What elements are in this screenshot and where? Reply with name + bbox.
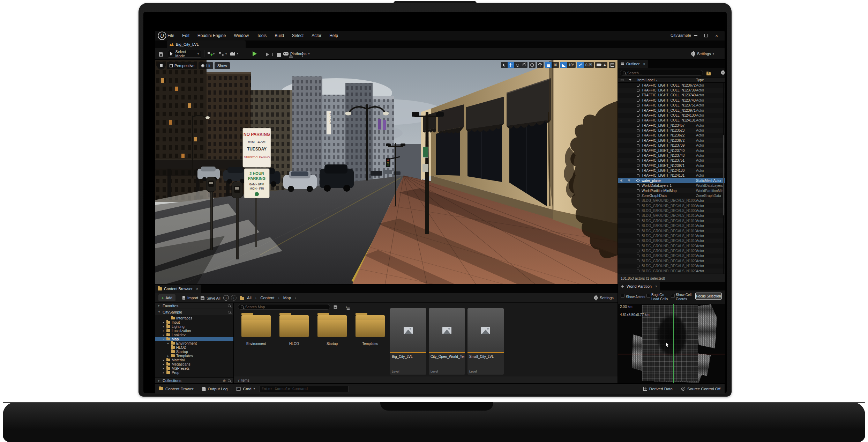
eye-column-icon[interactable] — [619, 79, 625, 81]
asset-search[interactable] — [238, 304, 330, 310]
outliner-row[interactable]: BLDG_GROUND_DECALS_N101005 (UrActor — [618, 238, 725, 243]
focus-selection-button[interactable]: Focus Selection — [695, 293, 722, 300]
menu-item-tools[interactable]: Tools — [257, 33, 267, 38]
bugitgo-checkbox[interactable] — [646, 294, 650, 298]
save-all-button[interactable]: Save All — [200, 296, 220, 300]
menu-item-edit[interactable]: Edit — [182, 33, 189, 38]
outliner-row[interactable]: TRAFFIC_LIGHT_N123523Actor — [618, 128, 725, 133]
cmd-dropdown[interactable]: ›Cmd▾ — [232, 384, 259, 394]
menu-item-select[interactable]: Select — [292, 33, 304, 38]
outliner-row[interactable]: TRAFFIC_LIGHT_N123739Actor — [618, 143, 725, 148]
outliner-row[interactable]: WorldDataLayers-1WorldDataLayers — [618, 183, 725, 188]
folder-tile-startup[interactable]: Startup — [314, 315, 350, 346]
outliner-row[interactable]: TRAFFIC_LIGHT_N124131Actor — [618, 173, 725, 178]
world-partition-minimap[interactable]: 2.03 km 4.61x5.50x0.77 km — [618, 304, 725, 383]
maximize-button[interactable] — [703, 33, 710, 38]
console-command-box[interactable] — [259, 386, 349, 392]
select-tool-button[interactable] — [501, 62, 508, 68]
outliner-row[interactable]: BLDG_GROUND_DECALS_N100000 (UrActor — [618, 198, 725, 203]
outliner-row[interactable]: TRAFFIC_LIGHT_N123740Actor — [618, 148, 725, 153]
output-log-button[interactable]: Output Log — [198, 384, 232, 394]
outliner-row[interactable]: water_planeStaticMeshActor — [618, 178, 725, 183]
outliner-row[interactable]: TRAFFIC_LIGHT_COLL_N123743Actor — [618, 98, 725, 103]
outliner-search[interactable] — [620, 70, 703, 76]
move-tool-button[interactable] — [508, 62, 514, 68]
outliner-search-input[interactable] — [627, 71, 700, 75]
outliner-row[interactable]: BLDG_GROUND_DECALS_N102004 (UrActor — [618, 264, 725, 268]
breadcrumb-map[interactable]: Map — [283, 296, 291, 300]
outliner-row[interactable]: BLDG_GROUND_DECALS_N101000 (UrActor — [618, 213, 725, 218]
outliner-settings-icon[interactable] — [721, 71, 725, 75]
platforms-dropdown[interactable]: Platforms ▾ — [283, 52, 309, 56]
outliner-row[interactable]: TRAFFIC_LIGHT_N123672Actor — [618, 138, 725, 143]
content-browser-close-icon[interactable]: × — [196, 287, 198, 291]
outliner-row[interactable]: TRAFFIC_LIGHT_N123457Actor — [618, 123, 725, 128]
asset-card-big-city-lvl[interactable]: Big_City_LVLLevel — [390, 308, 426, 375]
close-button[interactable]: × — [713, 33, 720, 38]
breadcrumb-content[interactable]: Content — [260, 296, 274, 300]
outliner-row[interactable]: BLDG_GROUND_DECALS_N101002 (UrActor — [618, 223, 725, 228]
sidebar-item-interfaces[interactable]: Interfaces — [155, 316, 233, 320]
folder-tile-templates[interactable]: Templates — [352, 315, 388, 346]
viewport-options-button[interactable] — [157, 62, 165, 69]
rotate-tool-button[interactable] — [514, 62, 521, 68]
outliner-row[interactable]: BLDG_GROUND_DECALS_N101001 (UrActor — [618, 218, 725, 223]
show-dropdown[interactable]: Show — [215, 62, 230, 69]
favorites-search-icon[interactable] — [228, 304, 231, 307]
collections-header[interactable]: ▸Collections ⊕ — [155, 377, 233, 384]
minimize-button[interactable] — [692, 33, 699, 38]
settings-dropdown[interactable]: Settings ▾ — [691, 52, 714, 56]
console-command-input[interactable] — [262, 387, 346, 391]
play-button[interactable] — [253, 51, 257, 56]
outliner-row[interactable]: TRAFFIC_LIGHT_COLL_N123740Actor — [618, 93, 725, 98]
outliner-row[interactable]: TRAFFIC_LIGHT_N123622Actor — [618, 133, 725, 138]
maximize-viewport-button[interactable] — [609, 62, 615, 68]
sidebar-item-hlod[interactable]: HLOD — [155, 345, 233, 349]
outliner-row[interactable]: TRAFFIC_LIGHT_N123751Actor — [618, 158, 725, 163]
world-partition-close-icon[interactable]: × — [655, 285, 657, 288]
outliner-row[interactable]: TRAFFIC_LIGHT_N124130Actor — [618, 168, 725, 173]
content-browser-tab[interactable]: Content Browser × — [155, 285, 201, 293]
outliner-row[interactable]: TRAFFIC_LIGHT_COLL_N123672Actor — [618, 83, 725, 88]
sidebar-item-lookdev[interactable]: ▸Lookdev — [155, 333, 233, 337]
outliner-row[interactable]: TRAFFIC_LIGHT_COLL_N123739Actor — [618, 88, 725, 93]
world-partition-tab[interactable]: World Partition × — [618, 282, 660, 290]
scale-snap-control[interactable]: 0.25 — [577, 62, 594, 68]
sidebar-item-input[interactable]: ▸Input — [155, 320, 233, 324]
menu-item-file[interactable]: File — [167, 33, 174, 38]
outliner-row[interactable]: TRAFFIC_LIGHT_COLL_N123971Actor — [618, 108, 725, 113]
folder-tile-hlod[interactable]: HLOD — [276, 315, 312, 346]
sidebar-item-megascans[interactable]: ▸Megascans — [155, 362, 233, 366]
menu-item-houdini-engine[interactable]: Houdini Engine — [197, 33, 226, 38]
pin-column-icon[interactable] — [627, 79, 632, 81]
asset-card-small-city-lvl[interactable]: Small_City_LVLLevel — [467, 308, 504, 375]
outliner-row[interactable]: BLDG_GROUND_DECALS_N102005 (UrActor — [618, 268, 725, 273]
outliner-tab[interactable]: Outliner × — [618, 60, 648, 68]
type-column[interactable]: Type — [696, 78, 704, 82]
sidebar-item-startup[interactable]: Startup — [155, 349, 233, 354]
outliner-row[interactable]: BLDG_GROUND_DECALS_N102002 (UrActor — [618, 253, 725, 258]
source-control-button[interactable]: Source Control Off — [677, 384, 725, 394]
sidebar-item-lighting[interactable]: ▸Lighting — [155, 324, 233, 329]
outliner-row[interactable]: TRAFFIC_LIGHT_N123743Actor — [618, 153, 725, 158]
import-button[interactable]: Import — [182, 296, 198, 300]
rotation-snap-control[interactable]: 10° — [560, 62, 576, 68]
outliner-row[interactable]: BLDG_GROUND_DECALS_N102003 (UrActor — [618, 258, 725, 263]
outliner-row[interactable]: BLDG_GROUND_DECALS_N102001 (UrActor — [618, 248, 725, 253]
sidebar-item-map[interactable]: ▾Map — [155, 337, 233, 341]
outliner-row[interactable]: BLDG_GROUND_DECALS_N100002 (UrActor — [618, 208, 725, 213]
citysample-search-icon[interactable] — [228, 311, 231, 314]
add-button[interactable]: +Add — [158, 294, 175, 301]
add-collection-icon[interactable]: ⊕ — [223, 379, 226, 383]
menu-item-window[interactable]: Window — [234, 33, 249, 38]
world-space-button[interactable] — [529, 62, 536, 68]
favorites-header[interactable]: ▸Favorites — [155, 303, 233, 309]
outliner-row[interactable]: BLDG_GROUND_DECALS_N101003 (UrActor — [618, 228, 725, 233]
blueprints-button[interactable]: ▾ — [219, 52, 227, 56]
menu-item-actor[interactable]: Actor — [312, 33, 321, 38]
menu-item-build[interactable]: Build — [275, 33, 284, 38]
outliner-row[interactable]: TRAFFIC_LIGHT_N123971Actor — [618, 163, 725, 168]
citysample-header[interactable]: ▾CitySample — [155, 309, 233, 315]
show-actors-checkbox[interactable] — [621, 294, 624, 298]
outliner-row[interactable]: TRAFFIC_LIGHT_COLL_N124130Actor — [618, 113, 725, 118]
